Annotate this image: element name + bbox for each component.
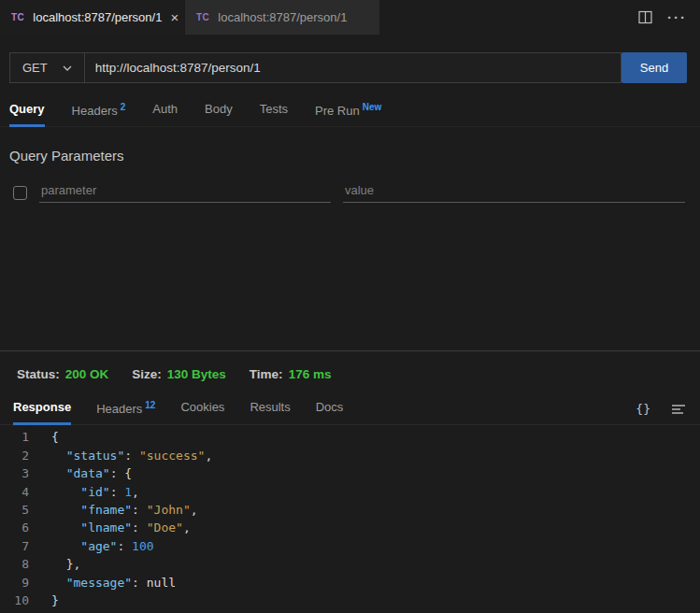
section-title: Query Parameters xyxy=(9,148,700,164)
tab-response[interactable]: Response xyxy=(13,393,71,424)
line-content: "message": null xyxy=(51,574,176,592)
line-number: 3 xyxy=(0,464,29,482)
tab-cookies[interactable]: Cookies xyxy=(180,393,224,424)
status-label: Time: xyxy=(250,367,283,381)
status-label: Status: xyxy=(17,367,60,381)
line-content: "age": 100 xyxy=(51,537,154,555)
tab-badge: 2 xyxy=(121,102,126,112)
line-content: "status": "success", xyxy=(51,447,212,464)
line-content: }, xyxy=(51,555,80,573)
code-line: 6 "lname": "Doe", xyxy=(0,519,700,536)
editor-tab-title: localhost:8787/person/1 xyxy=(218,10,347,24)
line-content: } xyxy=(51,592,59,609)
line-content: "fname": "John", xyxy=(51,501,198,519)
line-number: 2 xyxy=(0,447,29,464)
line-number: 9 xyxy=(0,574,29,592)
line-number: 1 xyxy=(0,428,29,446)
menu-lines-icon[interactable] xyxy=(672,404,686,415)
tab-docs[interactable]: Docs xyxy=(316,393,344,424)
response-tabs: ResponseHeaders12CookiesResultsDocs {} xyxy=(0,393,700,425)
line-number: 5 xyxy=(0,501,29,519)
chevron-down-icon xyxy=(63,65,72,71)
line-content: "data": { xyxy=(51,464,132,482)
code-line: 3 "data": { xyxy=(0,464,700,482)
line-content: "id": 1, xyxy=(51,483,139,501)
more-actions-icon[interactable]: ··· xyxy=(667,9,687,25)
thunder-client-icon: TC xyxy=(196,12,209,22)
editor-tab-inactive[interactable]: TC localhost:8787/person/1 xyxy=(185,0,379,35)
split-editor-icon[interactable] xyxy=(638,10,652,24)
tab-headers[interactable]: Headers2 xyxy=(72,95,126,126)
response-tabs-list: ResponseHeaders12CookiesResultsDocs xyxy=(13,393,343,424)
query-param-row xyxy=(13,179,685,203)
close-icon[interactable]: × xyxy=(170,10,179,24)
format-json-icon[interactable]: {} xyxy=(636,402,650,416)
status-value: 130 Bytes xyxy=(167,367,226,381)
status-label: Size: xyxy=(132,367,162,381)
tab-tests[interactable]: Tests xyxy=(260,95,288,126)
tab-auth[interactable]: Auth xyxy=(152,95,178,126)
tab-badge: 12 xyxy=(145,400,155,410)
line-content: { xyxy=(51,428,59,446)
editor-actions: ··· xyxy=(638,0,700,35)
parameter-input[interactable] xyxy=(39,179,331,203)
editor-tab-bar: TC localhost:8787/person/1 × TC localhos… xyxy=(0,0,700,35)
code-line: 5 "fname": "John", xyxy=(0,501,700,519)
send-button[interactable]: Send xyxy=(621,52,687,83)
status-item: Size:130 Bytes xyxy=(132,367,226,381)
tab-pre-run[interactable]: Pre RunNew xyxy=(315,95,381,126)
status-item: Time:176 ms xyxy=(250,367,332,381)
response-body: 1{2 "status": "success",3 "data": {4 "id… xyxy=(0,425,700,613)
line-content: "lname": "Doe", xyxy=(51,519,191,536)
code-line: 10} xyxy=(0,592,700,609)
code-line: 2 "status": "success", xyxy=(0,447,700,464)
request-tabs: QueryHeaders2AuthBodyTestsPre RunNew xyxy=(0,95,700,127)
status-value: 200 OK xyxy=(65,367,109,381)
line-number: 4 xyxy=(0,483,29,501)
response-section: Status:200 OKSize:130 BytesTime:176 ms R… xyxy=(0,350,700,613)
code-line: 4 "id": 1, xyxy=(0,483,700,501)
status-bar: Status:200 OKSize:130 BytesTime:176 ms xyxy=(0,351,700,381)
tab-body[interactable]: Body xyxy=(205,95,233,126)
method-select[interactable]: GET xyxy=(9,52,85,83)
method-label: GET xyxy=(22,61,48,75)
code-line: 8 }, xyxy=(0,555,700,573)
tab-badge: New xyxy=(363,102,382,112)
value-input[interactable] xyxy=(343,179,685,203)
response-toolbar: {} xyxy=(636,402,700,416)
param-checkbox[interactable] xyxy=(13,186,27,200)
tab-results[interactable]: Results xyxy=(250,393,290,424)
editor-tab-title: localhost:8787/person/1 xyxy=(33,10,162,24)
code-line: 1{ xyxy=(0,428,700,446)
line-number: 7 xyxy=(0,537,29,555)
status-value: 176 ms xyxy=(289,367,332,381)
editor-tab-active[interactable]: TC localhost:8787/person/1 × xyxy=(0,0,183,35)
line-number: 8 xyxy=(0,555,29,573)
url-input[interactable] xyxy=(85,52,621,83)
code-line: 9 "message": null xyxy=(0,574,700,592)
tab-query[interactable]: Query xyxy=(9,95,45,126)
tab-headers[interactable]: Headers12 xyxy=(96,393,155,424)
status-item: Status:200 OK xyxy=(17,367,108,381)
request-bar: GET Send xyxy=(9,52,687,83)
line-number: 6 xyxy=(0,519,29,536)
code-line: 7 "age": 100 xyxy=(0,537,700,555)
thunder-client-icon: TC xyxy=(11,12,24,22)
line-number: 10 xyxy=(0,592,29,609)
